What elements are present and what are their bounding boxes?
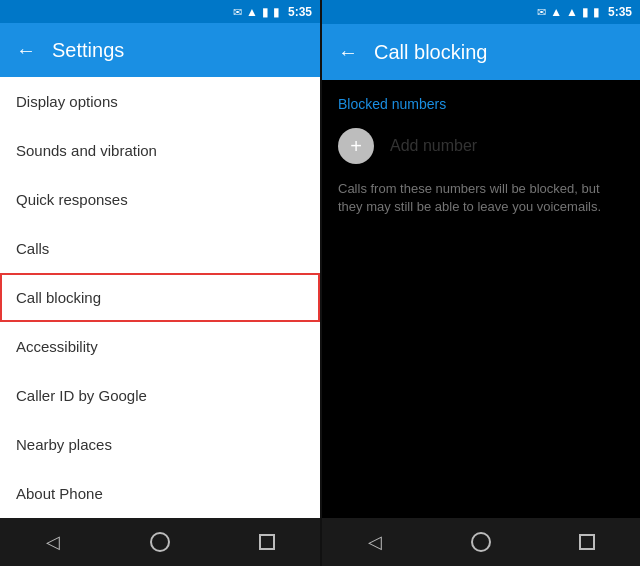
right-signal-icon: ▮ <box>582 5 589 19</box>
right-mail-icon <box>537 5 546 19</box>
home-circle-icon <box>150 532 170 552</box>
right-recent-apps-icon <box>579 534 595 550</box>
right-back-button[interactable]: ← <box>338 41 358 64</box>
right-toolbar-title: Call blocking <box>374 41 624 64</box>
add-number-row[interactable]: + Add number <box>338 128 624 164</box>
mail-icon <box>233 5 242 19</box>
add-number-label: Add number <box>390 137 477 155</box>
right-bottom-nav: ◁ <box>322 518 640 566</box>
right-nav-recent[interactable] <box>557 518 617 566</box>
left-status-icons: ▲ ▮ ▮ 5:35 <box>233 5 312 19</box>
menu-item-quick-responses[interactable]: Quick responses <box>0 175 320 224</box>
left-toolbar-title: Settings <box>52 39 304 62</box>
wifi-icon: ▲ <box>246 5 258 19</box>
left-toolbar: ← Settings <box>0 23 320 77</box>
call-blocking-description: Calls from these numbers will be blocked… <box>338 180 624 216</box>
menu-item-nearby-places[interactable]: Nearby places <box>0 420 320 469</box>
right-nav-home[interactable] <box>451 518 511 566</box>
left-panel: ▲ ▮ ▮ 5:35 ← Settings Display options So… <box>0 0 320 566</box>
left-nav-home[interactable] <box>130 518 190 566</box>
left-nav-recent[interactable] <box>237 518 297 566</box>
left-status-bar: ▲ ▮ ▮ 5:35 <box>0 0 320 23</box>
right-wifi-icon: ▲ <box>566 5 578 19</box>
right-status-icons: ▲ ▲ ▮ ▮ 5:35 <box>537 5 632 19</box>
right-panel: ▲ ▲ ▮ ▮ 5:35 ← Call blocking Blocked num… <box>320 0 640 566</box>
menu-item-caller-id[interactable]: Caller ID by Google <box>0 371 320 420</box>
right-status-bar: ▲ ▲ ▮ ▮ 5:35 <box>322 0 640 24</box>
right-location-icon: ▲ <box>550 5 562 19</box>
call-blocking-content: Blocked numbers + Add number Calls from … <box>322 80 640 518</box>
menu-item-display-options[interactable]: Display options <box>0 77 320 126</box>
settings-menu: Display options Sounds and vibration Qui… <box>0 77 320 518</box>
menu-item-about-phone[interactable]: About Phone <box>0 469 320 518</box>
right-battery-icon: ▮ <box>593 5 600 19</box>
recent-apps-icon <box>259 534 275 550</box>
battery-icon: ▮ <box>273 5 280 19</box>
left-bottom-nav: ◁ <box>0 518 320 566</box>
left-nav-back[interactable]: ◁ <box>23 518 83 566</box>
menu-item-call-blocking[interactable]: Call blocking <box>0 273 320 322</box>
left-back-button[interactable]: ← <box>16 39 36 62</box>
menu-item-sounds-vibration[interactable]: Sounds and vibration <box>0 126 320 175</box>
menu-item-accessibility[interactable]: Accessibility <box>0 322 320 371</box>
left-status-time: 5:35 <box>288 5 312 19</box>
right-status-time: 5:35 <box>608 5 632 19</box>
right-nav-back[interactable]: ◁ <box>345 518 405 566</box>
blocked-numbers-label[interactable]: Blocked numbers <box>338 96 624 112</box>
signal-icon: ▮ <box>262 5 269 19</box>
menu-item-calls[interactable]: Calls <box>0 224 320 273</box>
right-home-circle-icon <box>471 532 491 552</box>
right-toolbar: ← Call blocking <box>322 24 640 80</box>
add-number-icon: + <box>338 128 374 164</box>
